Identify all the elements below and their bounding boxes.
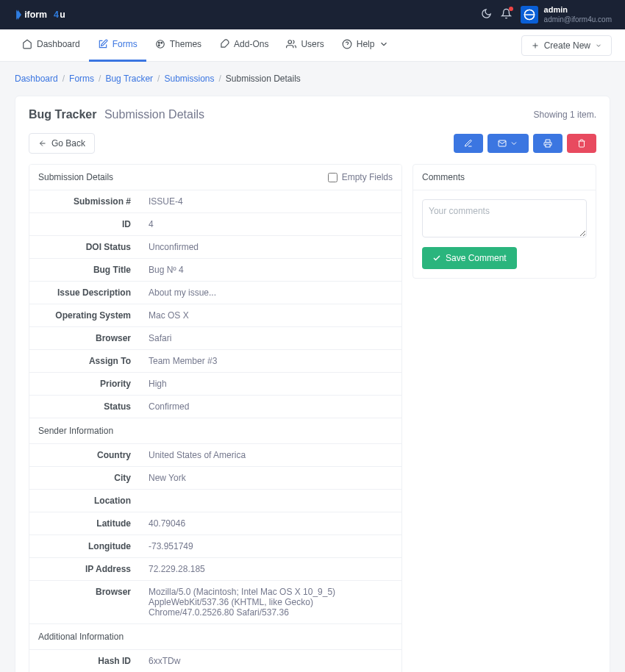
table-header: Submission Details [38,172,113,182]
table-row: Hash ID6xxTDw [29,650,401,672]
nav-forms[interactable]: Forms [89,29,146,62]
table-row: IP Address72.229.28.185 [29,558,401,581]
user-email: admin@iform4u.com [544,15,612,24]
print-button[interactable] [533,134,562,153]
edit-button[interactable] [454,134,483,153]
avatar [521,6,538,24]
svg-point-7 [158,45,160,46]
dark-mode-icon[interactable] [481,8,492,21]
svg-point-5 [158,42,160,43]
svg-rect-15 [546,144,550,147]
nav-label: Forms [113,39,138,49]
main-card: Bug Tracker Submission Details Showing 1… [15,96,610,672]
comment-input[interactable] [422,199,587,237]
empty-fields-toggle[interactable]: Empty Fields [328,172,393,182]
table-row: BrowserSafari [29,327,401,350]
showing-count: Showing 1 item. [534,110,596,120]
nav-themes[interactable]: Themes [146,29,210,62]
go-back-button[interactable]: Go Back [29,133,95,154]
empty-fields-checkbox[interactable] [328,173,338,182]
page-title: Bug Tracker Submission Details [29,108,204,121]
trash-icon [577,139,586,148]
save-comment-button[interactable]: Save Comment [422,247,517,269]
section-header: Additional Information [29,624,401,650]
breadcrumb-link[interactable]: Submissions [164,74,214,84]
nav-users[interactable]: Users [277,29,332,62]
nav-label: Users [301,39,324,49]
notifications-icon[interactable] [501,8,512,21]
check-icon [432,254,441,262]
mail-icon [498,139,507,148]
nav-label: Themes [170,39,201,49]
svg-point-6 [161,42,162,43]
nav-label: Help [357,39,375,49]
table-row: DOI StatusUnconfirmed [29,236,401,259]
svg-text:iform: iform [24,10,47,20]
delete-button[interactable] [567,134,596,153]
section-header: Sender Information [29,418,401,444]
breadcrumb-link[interactable]: Forms [69,74,94,84]
user-menu[interactable]: admin admin@iform4u.com [521,5,612,24]
table-row: Assign ToTeam Member #3 [29,350,401,373]
table-row: StatusConfirmed [29,396,401,418]
breadcrumb: Dashboard/ Forms/ Bug Tracker/ Submissio… [0,62,625,96]
email-button[interactable] [488,134,529,153]
arrow-left-icon [38,139,47,148]
chevron-down-icon [595,42,602,49]
comments-panel: Comments Save Comment [413,164,596,279]
nav-dashboard[interactable]: Dashboard [13,29,89,62]
svg-text:4: 4 [54,10,59,20]
table-row: PriorityHigh [29,373,401,396]
table-row: Issue DescriptionAbout my issue... [29,282,401,304]
table-row: Submission #ISSUE-4 [29,190,401,213]
nav-bar: Dashboard Forms Themes Add-Ons Users Hel… [0,29,625,62]
table-row: Longitude-73.951749 [29,535,401,558]
user-name: admin [544,5,612,15]
svg-text:u: u [60,10,65,20]
table-row: Latitude40.79046 [29,512,401,535]
chevron-down-icon [510,139,518,148]
pencil-icon [464,139,473,148]
table-row: Location [29,490,401,512]
table-row: CountryUnited States of America [29,444,401,467]
breadcrumb-link[interactable]: Dashboard [15,74,58,84]
nav-label: Add-Ons [234,39,268,49]
nav-addons[interactable]: Add-Ons [210,29,277,62]
print-icon [543,139,552,148]
comments-header: Comments [413,165,596,190]
submission-details-table: Submission Details Empty Fields Submissi… [29,164,402,672]
svg-point-8 [288,40,292,44]
top-header: iform 4 u admin admin@iform4u.com [0,0,625,29]
table-row: Operating SystemMac OS X [29,304,401,327]
table-row: Bug TitleBug Nº 4 [29,259,401,282]
nav-help[interactable]: Help [333,29,399,62]
plus-icon [531,41,540,50]
create-new-button[interactable]: Create New [521,35,612,56]
chevron-down-icon [379,39,389,49]
breadcrumb-current: Submission Details [226,74,301,84]
logo[interactable]: iform 4 u [13,8,94,21]
breadcrumb-link[interactable]: Bug Tracker [105,74,153,84]
table-row: BrowserMozilla/5.0 (Macintosh; Intel Mac… [29,581,401,624]
nav-label: Dashboard [37,39,80,49]
svg-point-4 [156,40,164,49]
table-row: CityNew York [29,467,401,490]
table-row: ID4 [29,213,401,236]
